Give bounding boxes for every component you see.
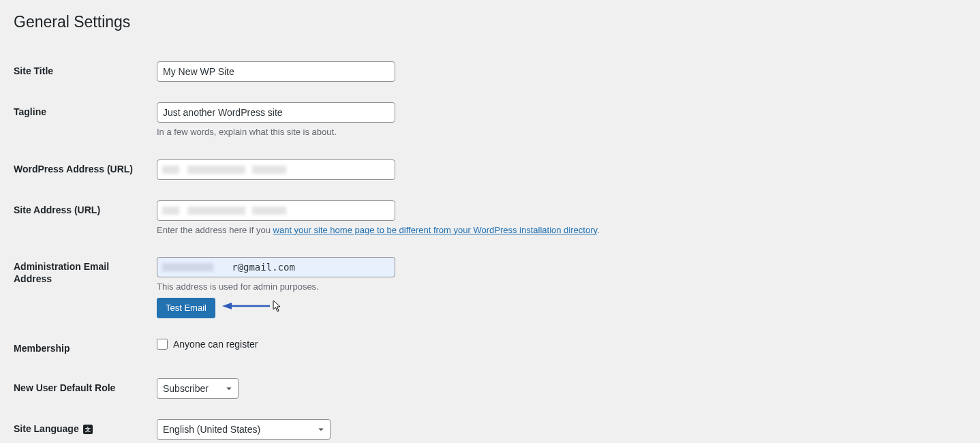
redacted-block: [252, 207, 286, 215]
membership-checkbox-label: Anyone can register: [173, 339, 258, 350]
translate-icon: [83, 425, 93, 434]
default-role-label: New User Default Role: [14, 368, 150, 409]
site-title-input[interactable]: [157, 61, 395, 82]
redacted-block: [162, 207, 179, 215]
test-email-button[interactable]: Test Email: [157, 298, 215, 318]
site-address-desc-suffix: .: [597, 225, 600, 235]
site-address-desc-prefix: Enter the address here if you: [157, 225, 273, 235]
membership-checkbox[interactable]: [157, 339, 168, 350]
site-address-label: Site Address (URL): [14, 190, 150, 247]
admin-email-label: Administration Email Address: [14, 247, 150, 329]
settings-form: Site Title Tagline In a few words, expla…: [14, 51, 966, 443]
site-language-select[interactable]: English (United States): [157, 419, 331, 440]
tagline-label: Tagline: [14, 92, 150, 149]
redacted-block: [187, 207, 245, 215]
annotation-arrow-icon: [222, 301, 270, 311]
wp-address-label: WordPress Address (URL): [14, 149, 150, 190]
site-title-label: Site Title: [14, 51, 150, 92]
redacted-block: [187, 166, 245, 174]
redacted-block: [162, 166, 179, 174]
default-role-select[interactable]: Subscriber: [157, 378, 239, 399]
membership-label: Membership: [14, 329, 150, 368]
cursor-icon: [273, 300, 282, 314]
tagline-description: In a few words, explain what this site i…: [157, 125, 960, 139]
svg-marker-1: [222, 303, 232, 309]
admin-email-description: This address is used for admin purposes.: [157, 280, 960, 294]
redacted-block: [252, 166, 286, 174]
redacted-block: [162, 263, 213, 271]
site-language-label: Site Language: [14, 409, 150, 443]
page-title: General Settings: [14, 7, 966, 34]
site-address-link[interactable]: want your site home page to be different…: [273, 225, 597, 235]
site-address-description: Enter the address here if you want your …: [157, 224, 960, 237]
tagline-input[interactable]: [157, 102, 395, 123]
